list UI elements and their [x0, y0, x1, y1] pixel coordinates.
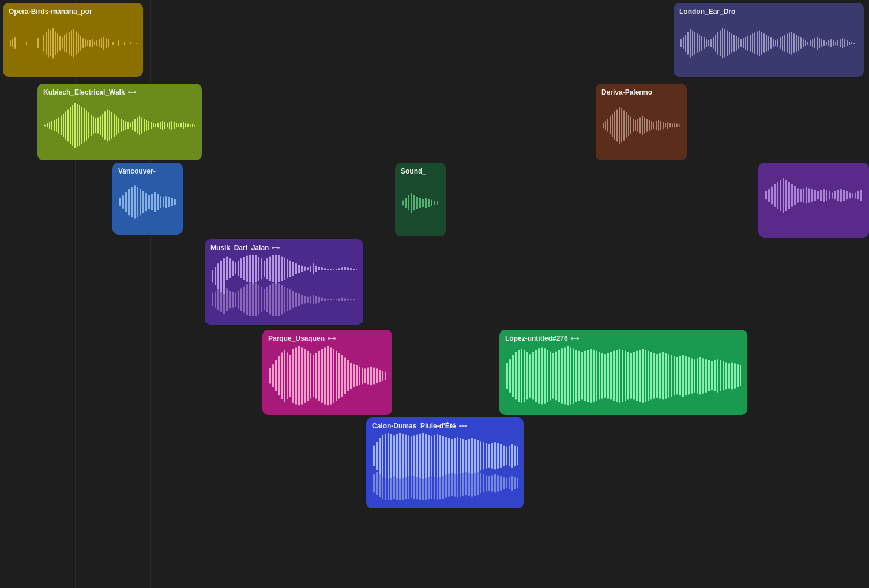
svg-rect-552: [460, 438, 461, 474]
svg-rect-329: [330, 269, 332, 270]
waveform-opera: [9, 18, 137, 69]
svg-rect-135: [84, 108, 85, 143]
svg-rect-252: [768, 189, 770, 202]
svg-rect-506: [705, 359, 707, 393]
sound-card-musik[interactable]: Musik_Dari_Jalan: [205, 239, 363, 325]
sound-card-sound[interactable]: Sound_: [395, 163, 446, 236]
sound-card-vancouver[interactable]: Vancouver-: [112, 163, 183, 235]
svg-rect-445: [529, 354, 531, 398]
svg-rect-460: [573, 348, 574, 403]
svg-rect-339: [212, 293, 213, 307]
svg-rect-276: [837, 190, 839, 201]
svg-rect-578: [388, 466, 389, 500]
svg-rect-77: [768, 36, 769, 50]
svg-rect-223: [134, 185, 136, 218]
svg-rect-510: [717, 359, 718, 393]
svg-rect-186: [607, 119, 608, 131]
svg-rect-271: [823, 189, 825, 202]
svg-rect-602: [457, 469, 458, 498]
svg-rect-336: [350, 268, 352, 270]
svg-rect-78: [770, 37, 772, 49]
sound-card-purple-right[interactable]: [758, 163, 869, 238]
sound-card-deriva[interactable]: Deriva-Palermo: [596, 84, 687, 160]
waveform-lopez: [505, 345, 742, 407]
svg-rect-475: [616, 350, 618, 402]
svg-rect-382: [336, 299, 337, 300]
sound-card-london[interactable]: London_Ear_Dro: [674, 3, 864, 77]
svg-rect-363: [281, 285, 283, 314]
svg-rect-362: [278, 283, 280, 316]
svg-rect-444: [526, 352, 528, 400]
svg-rect-297: [238, 261, 239, 276]
svg-rect-426: [364, 368, 366, 383]
svg-rect-157: [134, 119, 136, 131]
sound-card-lopez[interactable]: López-untitled#276: [499, 330, 747, 415]
svg-rect-173: [171, 121, 172, 130]
svg-rect-86: [789, 32, 790, 54]
svg-rect-225: [140, 189, 141, 216]
svg-rect-620: [509, 477, 510, 489]
svg-rect-266: [808, 188, 810, 202]
svg-rect-43: [690, 29, 691, 58]
svg-rect-454: [555, 352, 557, 401]
svg-rect-296: [235, 262, 236, 274]
svg-rect-566: [500, 444, 502, 468]
sound-card-opera[interactable]: Opera-Birds-mañana_por: [3, 3, 143, 77]
svg-rect-75: [763, 33, 765, 52]
waveform-sound: [401, 178, 440, 228]
svg-rect-449: [541, 348, 543, 405]
svg-rect-379: [327, 299, 329, 300]
sound-card-kubisch[interactable]: Kubisch_Electrical_Walk: [37, 84, 202, 160]
svg-rect-155: [130, 123, 131, 127]
svg-rect-16: [69, 32, 70, 54]
svg-rect-408: [313, 355, 314, 397]
svg-rect-378: [324, 299, 326, 301]
svg-rect-120: [49, 122, 50, 129]
svg-rect-492: [665, 353, 667, 398]
svg-rect-295: [232, 261, 234, 276]
svg-rect-153: [125, 121, 126, 130]
svg-rect-146: [109, 110, 110, 140]
svg-rect-372: [307, 297, 309, 303]
svg-rect-270: [820, 190, 822, 201]
svg-rect-418: [341, 355, 343, 397]
svg-rect-476: [619, 349, 620, 403]
svg-rect-443: [524, 350, 525, 402]
svg-rect-79: [773, 39, 774, 47]
svg-rect-415: [333, 349, 334, 403]
svg-rect-164: [151, 122, 152, 129]
svg-rect-99: [819, 38, 820, 48]
svg-rect-337: [353, 269, 355, 270]
svg-rect-247: [428, 199, 430, 207]
svg-rect-73: [759, 31, 760, 56]
svg-rect-493: [668, 354, 669, 398]
sound-card-calon[interactable]: Calon-Dumas_Pluie-d'Été: [366, 417, 524, 508]
svg-rect-41: [685, 35, 686, 51]
svg-rect-197: [633, 119, 634, 131]
svg-rect-368: [295, 293, 297, 307]
svg-rect-468: [596, 351, 597, 401]
svg-rect-290: [217, 263, 219, 289]
svg-rect-430: [376, 368, 378, 383]
svg-rect-486: [648, 351, 649, 401]
svg-rect-106: [835, 42, 836, 45]
svg-rect-381: [333, 299, 334, 300]
svg-rect-139: [93, 117, 94, 134]
svg-rect-548: [448, 438, 450, 474]
svg-rect-138: [91, 115, 92, 136]
sound-card-parque[interactable]: Parque_Usaquen: [262, 330, 392, 415]
svg-rect-364: [284, 287, 285, 313]
card-title-lopez: López-untitled#276: [505, 334, 742, 342]
svg-rect-591: [425, 467, 427, 500]
svg-rect-435: [573, 338, 576, 339]
svg-rect-472: [607, 353, 609, 398]
svg-rect-580: [393, 468, 395, 499]
svg-rect-312: [281, 257, 283, 281]
svg-rect-306: [264, 261, 265, 277]
svg-rect-390: [328, 337, 330, 340]
svg-rect-422: [353, 364, 355, 387]
svg-rect-279: [846, 191, 848, 199]
svg-rect-478: [625, 351, 626, 401]
svg-rect-326: [321, 267, 323, 270]
svg-rect-317: [295, 263, 297, 274]
